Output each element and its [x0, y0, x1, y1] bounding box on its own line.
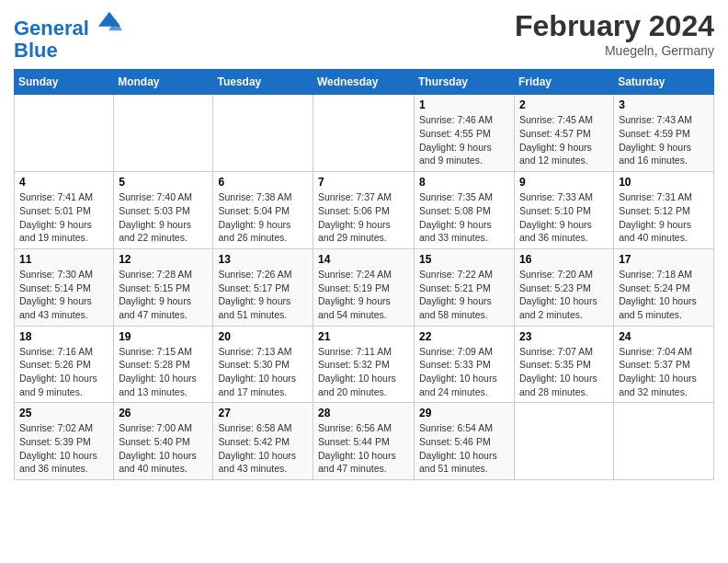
day-number: 18 — [19, 330, 108, 343]
day-number: 28 — [318, 407, 409, 419]
day-number: 23 — [519, 330, 609, 343]
title-area: February 2024 Muegeln, Germany — [515, 9, 714, 58]
calendar-cell: 15Sunrise: 7:22 AM Sunset: 5:21 PM Dayli… — [415, 248, 515, 326]
calendar-cell: 1Sunrise: 7:46 AM Sunset: 4:55 PM Daylig… — [415, 95, 515, 172]
calendar-cell: 22Sunrise: 7:09 AM Sunset: 5:33 PM Dayli… — [415, 326, 515, 403]
day-info: Sunrise: 7:46 AM Sunset: 4:55 PM Dayligh… — [419, 113, 509, 167]
day-number: 13 — [218, 253, 308, 266]
day-number: 25 — [19, 407, 108, 419]
day-number: 8 — [419, 176, 509, 189]
calendar-cell: 21Sunrise: 7:11 AM Sunset: 5:32 PM Dayli… — [313, 326, 415, 403]
day-header-monday: Monday — [114, 70, 213, 95]
calendar-cell: 2Sunrise: 7:45 AM Sunset: 4:57 PM Daylig… — [515, 95, 614, 172]
day-header-friday: Friday — [515, 70, 614, 95]
day-number: 15 — [419, 253, 509, 266]
week-row-1: 1Sunrise: 7:46 AM Sunset: 4:55 PM Daylig… — [15, 95, 714, 172]
day-info: Sunrise: 7:09 AM Sunset: 5:33 PM Dayligh… — [419, 345, 509, 399]
calendar-cell: 9Sunrise: 7:33 AM Sunset: 5:10 PM Daylig… — [515, 172, 614, 249]
day-number: 4 — [19, 176, 108, 189]
day-number: 6 — [218, 176, 308, 189]
calendar-cell — [15, 95, 114, 172]
calendar-cell: 18Sunrise: 7:16 AM Sunset: 5:26 PM Dayli… — [15, 326, 114, 403]
day-info: Sunrise: 7:07 AM Sunset: 5:35 PM Dayligh… — [519, 345, 609, 399]
week-row-3: 11Sunrise: 7:30 AM Sunset: 5:14 PM Dayli… — [15, 248, 714, 326]
day-header-tuesday: Tuesday — [213, 70, 313, 95]
calendar-cell: 17Sunrise: 7:18 AM Sunset: 5:24 PM Dayli… — [614, 248, 714, 326]
calendar-cell — [313, 95, 415, 172]
day-info: Sunrise: 7:26 AM Sunset: 5:17 PM Dayligh… — [218, 268, 308, 322]
calendar-cell: 5Sunrise: 7:40 AM Sunset: 5:03 PM Daylig… — [114, 172, 213, 249]
calendar-cell: 28Sunrise: 6:56 AM Sunset: 5:44 PM Dayli… — [313, 403, 415, 480]
day-info: Sunrise: 7:31 AM Sunset: 5:12 PM Dayligh… — [619, 190, 709, 245]
calendar-table: SundayMondayTuesdayWednesdayThursdayFrid… — [14, 69, 714, 480]
day-number: 14 — [318, 253, 409, 266]
calendar-cell: 3Sunrise: 7:43 AM Sunset: 4:59 PM Daylig… — [614, 95, 714, 172]
day-number: 21 — [318, 330, 409, 343]
day-info: Sunrise: 7:45 AM Sunset: 4:57 PM Dayligh… — [519, 113, 609, 167]
location: Muegeln, Germany — [515, 43, 714, 58]
calendar-cell: 7Sunrise: 7:37 AM Sunset: 5:06 PM Daylig… — [313, 172, 415, 249]
calendar-cell: 14Sunrise: 7:24 AM Sunset: 5:19 PM Dayli… — [313, 248, 415, 326]
calendar-cell: 20Sunrise: 7:13 AM Sunset: 5:30 PM Dayli… — [213, 326, 313, 403]
day-number: 20 — [218, 330, 308, 343]
calendar-cell — [614, 403, 714, 480]
calendar-cell — [114, 95, 213, 172]
calendar-cell: 4Sunrise: 7:41 AM Sunset: 5:01 PM Daylig… — [15, 172, 114, 249]
header-row: SundayMondayTuesdayWednesdayThursdayFrid… — [15, 70, 714, 95]
day-info: Sunrise: 7:04 AM Sunset: 5:37 PM Dayligh… — [619, 345, 709, 399]
calendar-cell: 24Sunrise: 7:04 AM Sunset: 5:37 PM Dayli… — [614, 326, 714, 403]
day-info: Sunrise: 7:35 AM Sunset: 5:08 PM Dayligh… — [419, 190, 509, 245]
week-row-5: 25Sunrise: 7:02 AM Sunset: 5:39 PM Dayli… — [15, 403, 714, 480]
day-info: Sunrise: 7:20 AM Sunset: 5:23 PM Dayligh… — [519, 268, 609, 322]
day-number: 10 — [619, 176, 709, 189]
day-number: 1 — [419, 98, 509, 111]
calendar-cell: 19Sunrise: 7:15 AM Sunset: 5:28 PM Dayli… — [114, 326, 213, 403]
day-number: 2 — [519, 98, 609, 111]
calendar-cell: 23Sunrise: 7:07 AM Sunset: 5:35 PM Dayli… — [515, 326, 614, 403]
calendar-cell: 11Sunrise: 7:30 AM Sunset: 5:14 PM Dayli… — [15, 248, 114, 326]
day-number: 3 — [619, 98, 709, 111]
day-number: 5 — [119, 176, 208, 189]
logo-text: General — [14, 9, 122, 40]
calendar-cell: 13Sunrise: 7:26 AM Sunset: 5:17 PM Dayli… — [213, 248, 313, 326]
week-row-2: 4Sunrise: 7:41 AM Sunset: 5:01 PM Daylig… — [15, 172, 714, 249]
logo-icon — [97, 9, 122, 35]
day-number: 22 — [419, 330, 509, 343]
day-info: Sunrise: 7:18 AM Sunset: 5:24 PM Dayligh… — [619, 268, 709, 322]
calendar-cell — [515, 403, 614, 480]
month-title: February 2024 — [515, 9, 714, 43]
day-info: Sunrise: 7:15 AM Sunset: 5:28 PM Dayligh… — [119, 345, 208, 399]
calendar-cell: 25Sunrise: 7:02 AM Sunset: 5:39 PM Dayli… — [15, 403, 114, 480]
day-info: Sunrise: 6:54 AM Sunset: 5:46 PM Dayligh… — [419, 421, 509, 476]
calendar-cell: 6Sunrise: 7:38 AM Sunset: 5:04 PM Daylig… — [213, 172, 313, 249]
day-info: Sunrise: 7:40 AM Sunset: 5:03 PM Dayligh… — [119, 190, 208, 245]
calendar-cell: 27Sunrise: 6:58 AM Sunset: 5:42 PM Dayli… — [213, 403, 313, 480]
day-number: 19 — [119, 330, 208, 343]
day-info: Sunrise: 7:37 AM Sunset: 5:06 PM Dayligh… — [318, 190, 409, 245]
calendar-cell — [213, 95, 313, 172]
calendar-cell: 26Sunrise: 7:00 AM Sunset: 5:40 PM Dayli… — [114, 403, 213, 480]
day-info: Sunrise: 7:24 AM Sunset: 5:19 PM Dayligh… — [318, 268, 409, 322]
calendar-cell: 16Sunrise: 7:20 AM Sunset: 5:23 PM Dayli… — [515, 248, 614, 326]
calendar-cell: 12Sunrise: 7:28 AM Sunset: 5:15 PM Dayli… — [114, 248, 213, 326]
day-info: Sunrise: 7:33 AM Sunset: 5:10 PM Dayligh… — [519, 190, 609, 245]
day-info: Sunrise: 7:41 AM Sunset: 5:01 PM Dayligh… — [19, 190, 108, 245]
calendar-cell: 10Sunrise: 7:31 AM Sunset: 5:12 PM Dayli… — [614, 172, 714, 249]
day-info: Sunrise: 7:00 AM Sunset: 5:40 PM Dayligh… — [119, 421, 208, 476]
logo-text-blue: Blue — [14, 40, 122, 62]
day-info: Sunrise: 7:13 AM Sunset: 5:30 PM Dayligh… — [218, 345, 308, 399]
day-info: Sunrise: 7:38 AM Sunset: 5:04 PM Dayligh… — [218, 190, 308, 245]
day-info: Sunrise: 7:11 AM Sunset: 5:32 PM Dayligh… — [318, 345, 409, 399]
day-number: 24 — [619, 330, 709, 343]
day-number: 17 — [619, 253, 709, 266]
day-info: Sunrise: 7:02 AM Sunset: 5:39 PM Dayligh… — [19, 421, 108, 476]
day-number: 9 — [519, 176, 609, 189]
day-info: Sunrise: 6:56 AM Sunset: 5:44 PM Dayligh… — [318, 421, 409, 476]
day-number: 7 — [318, 176, 409, 189]
day-info: Sunrise: 7:22 AM Sunset: 5:21 PM Dayligh… — [419, 268, 509, 322]
day-info: Sunrise: 6:58 AM Sunset: 5:42 PM Dayligh… — [218, 421, 308, 476]
week-row-4: 18Sunrise: 7:16 AM Sunset: 5:26 PM Dayli… — [15, 326, 714, 403]
page-header: General Blue February 2024 Muegeln, Germ… — [14, 9, 714, 62]
day-number: 29 — [419, 407, 509, 419]
day-number: 27 — [218, 407, 308, 419]
